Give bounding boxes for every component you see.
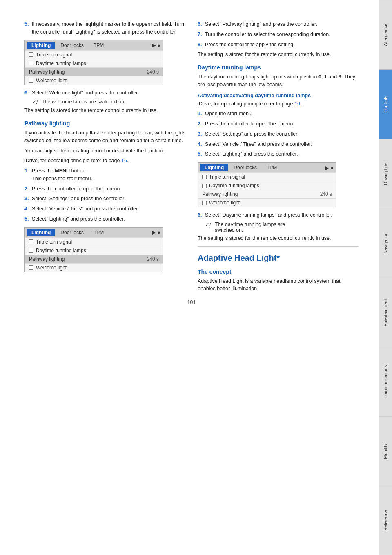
adaptive-heading: Adaptive Head Light* bbox=[198, 253, 359, 263]
ui-tab-lighting-1: Lighting bbox=[27, 42, 55, 49]
ui-row-triple-3: Triple turn signal bbox=[198, 172, 336, 181]
ui-value-pathway-2: 240 s bbox=[147, 256, 159, 262]
pathway-step-5: 5. Select "Lighting" and press the contr… bbox=[24, 215, 185, 223]
ui-tab-tpm-2: TPM bbox=[89, 229, 108, 236]
ui-checkbox-welcome-3 bbox=[202, 201, 207, 205]
right-page-link[interactable]: 16 bbox=[294, 101, 300, 107]
tab-at-a-glance[interactable]: At a glance bbox=[379, 0, 392, 69]
ui-checkbox-daytime-2 bbox=[29, 248, 33, 253]
ui-box-3-header: Lighting Door locks TPM ▶ ● bbox=[198, 163, 336, 172]
pathway-step-1: 1. Press the MENU button.This opens the … bbox=[24, 167, 185, 183]
concept-body: Adaptive Head Light is a variable headla… bbox=[198, 278, 359, 293]
right-step-4-text: Select "Vehicle / Tires" and press the c… bbox=[205, 141, 359, 148]
ui-label-pathway-3: Pathway lighting bbox=[202, 191, 238, 197]
ui-row-welcome-1: Welcome light bbox=[25, 76, 163, 85]
right-step-3: 3. Select "Settings" and press the contr… bbox=[198, 130, 359, 138]
step-6b-right: 6. Select "Daytime running lamps" and pr… bbox=[198, 211, 359, 219]
activating-heading: Activating/deactivating daytime running … bbox=[198, 93, 359, 98]
tab-entertainment[interactable]: Entertainment bbox=[379, 278, 392, 347]
ui-row-pathway-1: Pathway lighting 240 s bbox=[25, 67, 163, 76]
step-7-right-text: Turn the controller to select the corres… bbox=[205, 31, 359, 38]
step-8-right-num: 8. bbox=[198, 41, 205, 49]
tab-reference[interactable]: Reference bbox=[379, 486, 392, 555]
checkmark-icon-2: ✓/ bbox=[205, 222, 213, 228]
step-5-num: 5. bbox=[24, 20, 32, 36]
pathway-body-2: You can adjust the operating period or d… bbox=[24, 147, 185, 155]
ui-row-triple-2: Triple turn signal bbox=[25, 237, 163, 246]
section-divider bbox=[198, 246, 359, 247]
step-5-text: If necessary, move the highlight marker … bbox=[32, 20, 185, 36]
ui-checkbox-triple-2 bbox=[29, 239, 33, 244]
ui-label-triple-3: Triple turn signal bbox=[209, 174, 245, 180]
tab-controls[interactable]: Controls bbox=[379, 69, 392, 139]
pathway-page-link[interactable]: 16 bbox=[121, 158, 127, 163]
ui-value-pathway-1: 240 s bbox=[147, 69, 159, 75]
ui-tab-tpm-3: TPM bbox=[263, 164, 281, 171]
right-step-4: 4. Select "Vehicle / Tires" and press th… bbox=[198, 141, 359, 148]
result-line-2: ✓/ The daytime running lamps areswitched… bbox=[205, 222, 359, 233]
checkmark-icon-1: ✓/ bbox=[32, 99, 40, 105]
result-line-1: ✓/ The welcome lamps are switched on. bbox=[32, 99, 185, 105]
right-column: 6. Select "Pathway lighting" and press t… bbox=[198, 20, 359, 295]
result-text-1: The welcome lamps are switched on. bbox=[42, 99, 126, 105]
result-text-2: The daytime running lamps areswitched on… bbox=[215, 222, 285, 233]
ui-tab-doorlocks-1: Door locks bbox=[56, 42, 88, 49]
step-6-left: 6. Select "Welcome light" and press the … bbox=[24, 89, 185, 97]
right-step-5-num: 5. bbox=[198, 150, 205, 158]
ui-box-arrow-2: ▶ ● bbox=[152, 229, 160, 235]
daytime-body: The daytime running lamps light up in sw… bbox=[198, 73, 359, 89]
step-6-left-text: Select "Welcome light" and press the con… bbox=[32, 89, 185, 97]
pathway-step-2: 2. Press the controller to open the i me… bbox=[24, 185, 185, 193]
ui-row-welcome-3: Welcome light bbox=[198, 198, 336, 207]
ui-row-pathway-3: Pathway lighting 240 s bbox=[198, 190, 336, 198]
ui-label-triple-2: Triple turn signal bbox=[36, 239, 72, 245]
tab-navigation[interactable]: Navigation bbox=[379, 208, 392, 278]
pathway-step-2-num: 2. bbox=[24, 185, 32, 193]
ui-row-triple-1: Triple turn signal bbox=[25, 50, 163, 59]
ui-checkbox-welcome-1 bbox=[29, 78, 33, 83]
tab-bar: At a glance Controls Driving tips Naviga… bbox=[379, 0, 392, 555]
ui-row-pathway-2: Pathway lighting 240 s bbox=[25, 255, 163, 263]
step-6-right-num: 6. bbox=[198, 20, 205, 28]
ui-label-welcome-2: Welcome light bbox=[36, 265, 67, 271]
ui-row-welcome-2: Welcome light bbox=[25, 263, 163, 272]
ui-row-daytime-3: Daytime running lamps bbox=[198, 181, 336, 190]
tab-mobility[interactable]: Mobility bbox=[379, 416, 392, 486]
pathway-step-2-text: Press the controller to open the i menu. bbox=[32, 185, 185, 193]
ui-box-2: Lighting Door locks TPM ▶ ● Triple turn … bbox=[24, 227, 163, 272]
ui-value-pathway-3: 240 s bbox=[320, 191, 332, 197]
step-5-item: 5. If necessary, move the highlight mark… bbox=[24, 20, 185, 36]
pathway-step-3-text: Select "Settings" and press the controll… bbox=[32, 195, 185, 203]
left-column: 5. If necessary, move the highlight mark… bbox=[24, 20, 185, 295]
pathway-body-1: If you activate the headlamp flasher aft… bbox=[24, 129, 185, 145]
step-6-left-num: 6. bbox=[24, 89, 32, 97]
ui-tab-doorlocks-2: Door locks bbox=[56, 229, 88, 236]
ui-label-daytime-3: Daytime running lamps bbox=[209, 183, 259, 188]
daytime-heading: Daytime running lamps bbox=[198, 64, 359, 71]
right-step-3-num: 3. bbox=[198, 130, 205, 138]
page-number: 101 bbox=[24, 299, 359, 305]
ui-box-3: Lighting Door locks TPM ▶ ● Triple turn … bbox=[198, 162, 336, 207]
ui-label-triple-1: Triple turn signal bbox=[36, 52, 72, 58]
ui-label-welcome-1: Welcome light bbox=[36, 78, 67, 83]
tab-communications[interactable]: Communications bbox=[379, 347, 392, 416]
ui-tab-lighting-3: Lighting bbox=[200, 164, 228, 171]
pathway-step-4-text: Select "Vehicle / Tires" and press the c… bbox=[32, 205, 185, 213]
ui-label-pathway-2: Pathway lighting bbox=[29, 256, 65, 262]
ui-tab-lighting-2: Lighting bbox=[27, 229, 55, 236]
step-6b-right-text: Select "Daytime running lamps" and press… bbox=[205, 211, 359, 219]
step-7-right-num: 7. bbox=[198, 31, 205, 38]
ui-checkbox-welcome-2 bbox=[29, 265, 33, 270]
ui-tab-doorlocks-3: Door locks bbox=[229, 164, 261, 171]
ui-tab-tpm-1: TPM bbox=[89, 42, 108, 49]
ui-box-arrow-3: ▶ ● bbox=[325, 165, 334, 171]
pathway-step-1-text: Press the MENU button.This opens the sta… bbox=[32, 167, 185, 183]
right-step-1: 1. Open the start menu. bbox=[198, 110, 359, 118]
step-8-right: 8. Press the controller to apply the set… bbox=[198, 41, 359, 49]
right-step-5: 5. Select "Lighting" and press the contr… bbox=[198, 150, 359, 158]
tab-driving-tips[interactable]: Driving tips bbox=[379, 139, 392, 208]
pathway-step-5-num: 5. bbox=[24, 215, 32, 223]
right-step-5-text: Select "Lighting" and press the controll… bbox=[205, 150, 359, 158]
pathway-step-4: 4. Select "Vehicle / Tires" and press th… bbox=[24, 205, 185, 213]
ui-box-1-header: Lighting Door locks TPM ▶ ● bbox=[25, 40, 163, 50]
